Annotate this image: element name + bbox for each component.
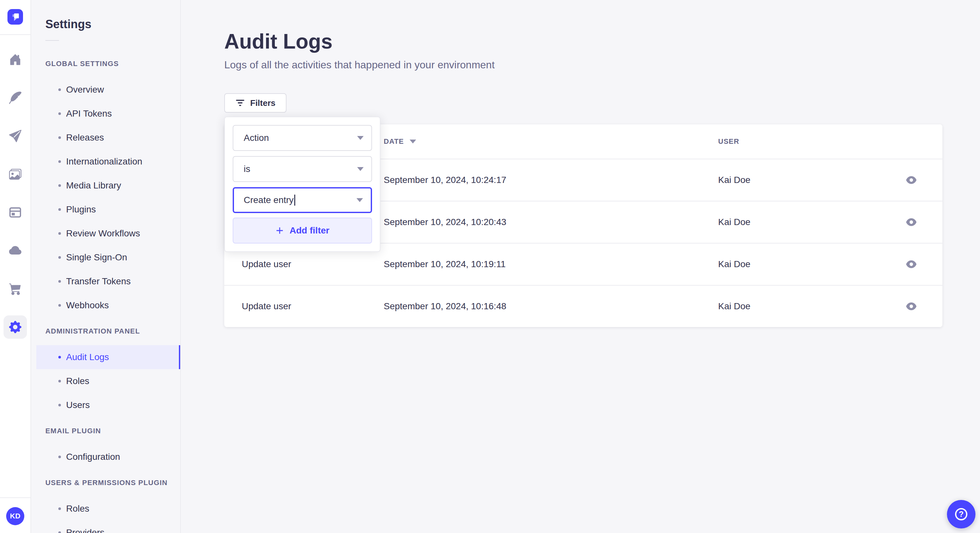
sidebar-item-up-roles[interactable]: Roles [36,497,180,521]
cell-date: September 10, 2024, 10:16:48 [384,301,718,311]
sidebar-item-review-workflows[interactable]: Review Workflows [36,222,180,246]
sidebar-item-overview[interactable]: Overview [36,78,180,102]
sidebar-item-media-library[interactable]: Media Library [36,174,180,198]
user-avatar[interactable]: KD [6,507,24,525]
sidebar-item-up-providers[interactable]: Providers [36,521,180,533]
cell-user: Kai Doe [718,301,880,311]
cell-user: Kai Doe [718,259,880,270]
filters-button[interactable]: Filters [224,93,286,113]
cell-action: Update user [224,259,384,270]
section-header-email-plugin: EMAIL PLUGIN [31,417,180,445]
sidebar-title: Settings [31,0,180,31]
cell-date: September 10, 2024, 10:20:43 [384,217,718,227]
section-header-users-permissions-plugin: USERS & PERMISSIONS PLUGIN [31,469,180,497]
chevron-down-icon [357,167,364,171]
settings-gear-icon[interactable] [3,316,27,339]
sidebar-item-api-tokens[interactable]: API Tokens [36,102,180,125]
nav-rail: KD [0,0,31,533]
add-filter-button[interactable]: Add filter [233,217,372,244]
sidebar-item-transfer-tokens[interactable]: Transfer Tokens [36,270,180,293]
settings-sidebar: Settings GLOBAL SETTINGS Overview API To… [31,0,181,533]
table-row[interactable]: Update user September 10, 2024, 10:16:48… [224,285,942,327]
view-log-button[interactable] [904,258,919,271]
sidebar-item-plugins[interactable]: Plugins [36,198,180,222]
eye-icon [906,303,916,310]
deploy-send-icon[interactable] [3,124,27,148]
filter-icon [235,99,245,106]
rail-divider [0,34,31,35]
page-title: Audit Logs [224,29,942,54]
cell-action: Update user [224,301,384,311]
add-filter-label: Add filter [290,225,329,236]
section-header-global-settings: GLOBAL SETTINGS [31,50,180,78]
sidebar-item-webhooks[interactable]: Webhooks [36,293,180,317]
sidebar-item-audit-logs[interactable]: Audit Logs [36,345,180,369]
rail-bottom-divider [0,497,31,498]
filter-field-value: Action [244,133,357,143]
chevron-down-icon [356,198,363,202]
main-content: Audit Logs Logs of all the activities th… [181,0,980,533]
cell-date: September 10, 2024, 10:24:17 [384,175,718,185]
filter-operator-value: is [244,164,357,174]
content-builder-feather-icon[interactable] [3,86,27,109]
marketplace-cart-icon[interactable] [3,277,27,300]
text-cursor [294,195,295,206]
eye-icon [906,218,916,226]
filter-value-combobox[interactable]: Create entry [233,187,372,213]
filters-button-label: Filters [250,98,275,108]
sidebar-item-single-sign-on[interactable]: Single Sign-On [36,246,180,270]
cell-user: Kai Doe [718,217,880,227]
cell-date: September 10, 2024, 10:19:11 [384,259,718,270]
filter-popover: Action is Create entry Add filter [224,117,380,252]
content-manager-layout-icon[interactable] [3,201,27,224]
sidebar-item-releases[interactable]: Releases [36,125,180,150]
help-button[interactable]: ? [947,500,975,528]
filter-field-select[interactable]: Action [233,125,372,151]
eye-icon [906,176,916,184]
strapi-logo-icon [8,9,23,25]
view-log-button[interactable] [904,300,919,313]
column-header-user[interactable]: USER [718,137,880,146]
page-subtitle: Logs of all the activities that happened… [224,57,942,73]
home-icon[interactable] [3,48,27,71]
view-log-button[interactable] [904,216,919,228]
section-header-administration-panel: ADMINISTRATION PANEL [31,317,180,345]
plus-icon [275,226,284,235]
sidebar-item-admin-users[interactable]: Users [36,393,180,417]
sidebar-item-internationalization[interactable]: Internationalization [36,150,180,174]
eye-icon [906,260,916,268]
cloud-icon[interactable] [3,239,27,262]
chevron-down-icon [357,136,364,140]
sidebar-item-email-configuration[interactable]: Configuration [36,445,180,469]
settings-nav: GLOBAL SETTINGS Overview API Tokens Rele… [31,50,180,533]
sort-desc-icon [410,140,416,143]
view-log-button[interactable] [904,174,919,187]
strapi-logo[interactable] [8,9,23,25]
media-library-images-icon[interactable] [3,163,27,186]
rail-icon-list [3,48,27,339]
column-header-date[interactable]: DATE [384,137,718,146]
sidebar-item-admin-roles[interactable]: Roles [36,369,180,393]
filter-value-text: Create entry [244,195,294,205]
app-root: KD Settings GLOBAL SETTINGS Overview API… [0,0,980,533]
filter-operator-select[interactable]: is [233,156,372,182]
sidebar-title-divider [45,40,59,41]
question-mark-icon: ? [955,508,967,520]
cell-user: Kai Doe [718,175,880,185]
rail-bottom: KD [0,497,31,533]
